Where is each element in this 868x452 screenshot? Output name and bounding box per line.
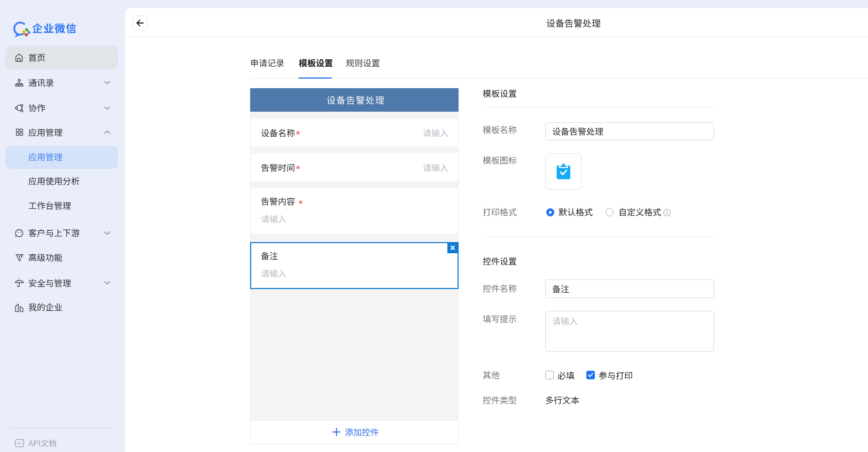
svg-text:API: API [17,442,22,445]
